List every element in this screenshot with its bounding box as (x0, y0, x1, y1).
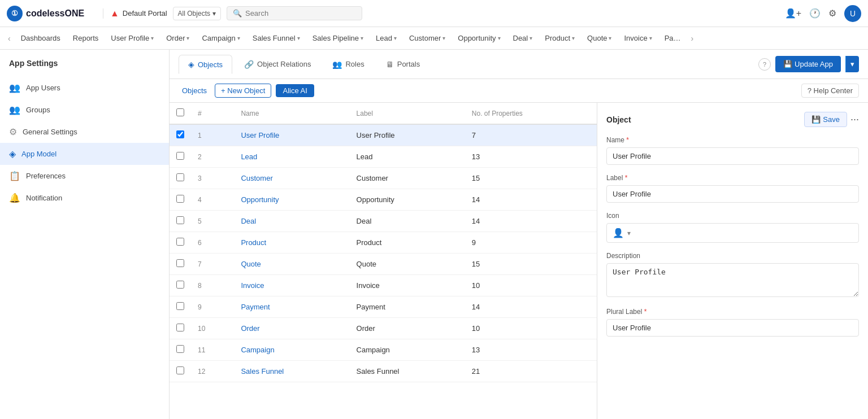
alice-ai-button[interactable]: Alice AI (276, 84, 314, 97)
nav-lead[interactable]: Lead▾ (370, 30, 402, 46)
object-link[interactable]: Campaign (241, 346, 274, 354)
link-icon: 🔗 (244, 60, 254, 69)
row-checkbox[interactable] (176, 324, 184, 331)
topbar-right: 👤+ 🕐 ⚙ U (785, 5, 861, 22)
search-bar[interactable]: 🔍 (227, 6, 362, 20)
row-name: Order (234, 318, 349, 339)
plural-label-input[interactable] (606, 319, 859, 337)
row-checkbox[interactable] (176, 345, 184, 353)
name-input[interactable] (606, 147, 859, 165)
row-properties: 10 (465, 318, 597, 339)
object-link[interactable]: Quote (241, 260, 261, 268)
table-row: 1 User Profile User Profile 7 (170, 124, 597, 146)
row-num: 4 (191, 189, 234, 211)
nav-opportunity[interactable]: Opportunity▾ (452, 30, 506, 46)
nav-customer[interactable]: Customer▾ (403, 30, 451, 46)
nav-user-profile[interactable]: User Profile▾ (105, 30, 159, 46)
nav-invoice[interactable]: Invoice▾ (618, 30, 657, 46)
nav-quote[interactable]: Quote▾ (581, 30, 617, 46)
object-link[interactable]: Sales Funnel (241, 367, 284, 376)
nav-left-arrow[interactable]: ‹ (5, 34, 14, 43)
tab-roles[interactable]: 👥 Roles (323, 55, 374, 74)
update-app-dropdown[interactable]: ▾ (845, 56, 859, 72)
settings-icon[interactable]: ⚙ (828, 8, 836, 19)
table-row: 5 Deal Deal 14 (170, 211, 597, 232)
row-properties: 15 (465, 254, 597, 275)
sidebar: App Settings 👥 App Users 👥 Groups ⚙ Gene… (0, 50, 170, 419)
nav-sales-pipeline[interactable]: Sales Pipeline▾ (307, 30, 369, 46)
nav-campaign[interactable]: Campaign▾ (196, 30, 245, 46)
row-checkbox[interactable] (176, 238, 184, 246)
sidebar-label-app-users: App Users (26, 84, 60, 92)
tab-portals[interactable]: 🖥 Portals (376, 55, 429, 74)
field-description: Description User Profile (606, 252, 859, 299)
required-indicator: * (625, 174, 628, 182)
tab-objects-label: Objects (198, 60, 223, 69)
info-button[interactable]: ? (758, 58, 771, 71)
select-all-checkbox[interactable] (176, 108, 184, 116)
nav-dashboards[interactable]: Dashboards (15, 30, 66, 46)
row-checkbox[interactable] (176, 366, 184, 374)
col-name: Name (234, 103, 349, 124)
tab-object-relations[interactable]: 🔗 Object Relations (235, 55, 320, 74)
nav-deal[interactable]: Deal▾ (507, 30, 539, 46)
row-checkbox[interactable] (176, 302, 184, 310)
sidebar-item-preferences[interactable]: 📋 Preferences (0, 165, 169, 187)
field-label: Label * (606, 174, 859, 203)
right-panel: Object 💾 Save ··· Name * (597, 103, 868, 419)
logo-text: codelessONE (26, 8, 84, 19)
object-link[interactable]: Order (241, 324, 259, 333)
nav-right-arrow[interactable]: › (688, 34, 697, 43)
object-link[interactable]: Opportunity (241, 195, 279, 204)
sidebar-item-notification[interactable]: 🔔 Notification (0, 187, 169, 209)
row-properties: 15 (465, 168, 597, 189)
row-checkbox[interactable] (176, 130, 184, 138)
more-options-button[interactable]: ··· (850, 114, 859, 125)
sidebar-item-general-settings[interactable]: ⚙ General Settings (0, 121, 169, 143)
row-checkbox[interactable] (176, 152, 184, 160)
object-link[interactable]: Customer (241, 174, 272, 182)
row-checkbox[interactable] (176, 259, 184, 267)
icon-selector[interactable]: 👤 ▾ (606, 223, 859, 243)
label-input[interactable] (606, 185, 859, 203)
tab-objects[interactable]: ◈ Objects (179, 55, 232, 74)
sidebar-item-groups[interactable]: 👥 Groups (0, 99, 169, 121)
col-num: # (191, 103, 234, 124)
row-checkbox[interactable] (176, 173, 184, 181)
objects-link[interactable]: Objects (179, 84, 210, 97)
portal-selector[interactable]: ▲ Default Portal (103, 8, 167, 19)
help-center-button[interactable]: ? Help Center (801, 84, 859, 98)
object-selector[interactable]: All Objects ▾ (173, 7, 221, 20)
save-button[interactable]: 💾 Save (804, 112, 847, 127)
object-link[interactable]: User Profile (241, 131, 279, 139)
sidebar-item-app-model[interactable]: ◈ App Model (0, 143, 169, 165)
update-app-button[interactable]: 💾 Update App (775, 56, 841, 72)
sidebar-item-app-users[interactable]: 👥 App Users (0, 77, 169, 99)
nav-order[interactable]: Order▾ (160, 30, 195, 46)
nav-more[interactable]: Pa… (659, 30, 687, 46)
chevron-down-icon: ▾ (442, 35, 445, 41)
object-link[interactable]: Lead (241, 152, 257, 161)
row-properties: 13 (465, 339, 597, 361)
history-icon[interactable]: 🕐 (809, 8, 821, 19)
new-object-button[interactable]: + New Object (215, 84, 271, 98)
row-checkbox[interactable] (176, 195, 184, 203)
object-link[interactable]: Product (241, 238, 266, 247)
user-add-icon[interactable]: 👤+ (785, 8, 801, 19)
object-link[interactable]: Invoice (241, 281, 264, 290)
row-name: Deal (234, 211, 349, 232)
row-checkbox[interactable] (176, 216, 184, 224)
nav-product[interactable]: Product▾ (539, 30, 580, 46)
description-textarea[interactable]: User Profile (606, 263, 859, 297)
nav-reports[interactable]: Reports (67, 30, 105, 46)
row-label: Customer (350, 168, 465, 189)
field-plural-label: Plural Label * (606, 308, 859, 337)
row-checkbox[interactable] (176, 281, 184, 289)
row-properties: 7 (465, 124, 597, 146)
nav-sales-funnel[interactable]: Sales Funnel▾ (247, 30, 306, 46)
object-link[interactable]: Deal (241, 217, 256, 225)
object-link[interactable]: Payment (241, 303, 270, 311)
row-label: Lead (350, 146, 465, 168)
avatar[interactable]: U (844, 5, 861, 22)
search-input[interactable] (245, 9, 347, 18)
